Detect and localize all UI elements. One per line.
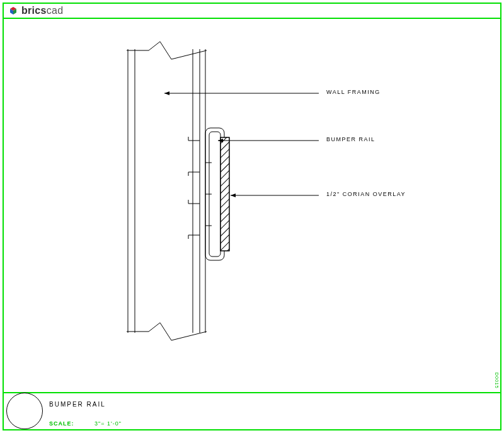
side-id-text: D0015 — [495, 372, 499, 389]
detail-callout-circle — [6, 393, 43, 429]
detail-title: BUMPER RAIL — [49, 401, 106, 408]
brand-text: bricscad — [21, 5, 63, 16]
bumper-rail-assembly — [188, 128, 224, 260]
break-symbol-bottom — [127, 323, 207, 340]
brand-part2: cad — [47, 5, 64, 16]
app-frame: bricscad — [0, 0, 504, 433]
brand-part1: brics — [21, 5, 47, 16]
corian-overlay — [220, 137, 229, 251]
break-symbol-top — [127, 42, 207, 59]
label-wall-framing: WALL FRAMING — [326, 89, 381, 95]
label-bumper-rail: BUMPER RAIL — [326, 136, 375, 142]
app-header: bricscad — [9, 5, 63, 16]
bricscad-logo-icon — [9, 6, 18, 15]
drawing-canvas[interactable]: WALL FRAMING BUMPER RAIL 1/2" CORIAN OVE… — [4, 18, 500, 393]
label-corian-overlay: 1/2" CORIAN OVERLAY — [326, 191, 406, 197]
leaders — [164, 93, 319, 195]
wall-framing — [128, 49, 205, 333]
scale-label: SCALE: — [49, 420, 74, 427]
drawing-svg — [4, 18, 500, 392]
svg-rect-15 — [220, 137, 229, 251]
scale-value: 3"= 1'-0" — [94, 420, 122, 427]
